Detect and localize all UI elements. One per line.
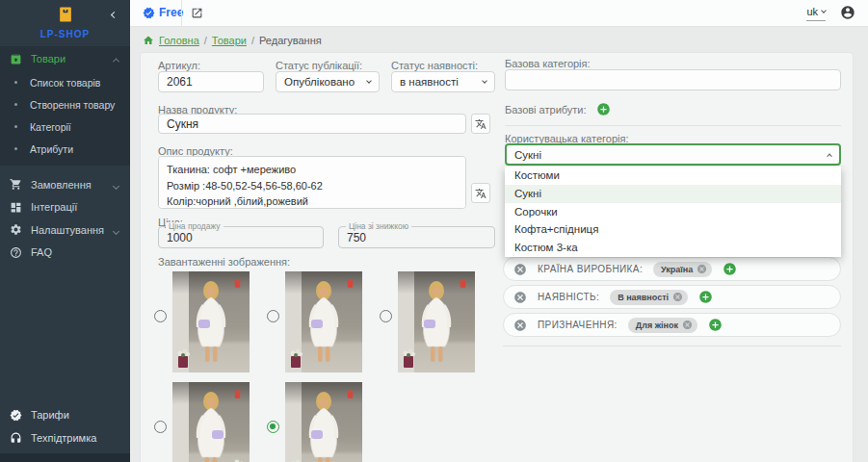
remove-attribute-icon[interactable] (513, 263, 527, 276)
stock-status-select[interactable]: в наявності (391, 71, 495, 92)
attribute-name: КРАЇНА ВИРОБНИКА: (538, 264, 643, 274)
delete-image-icon[interactable] (232, 388, 243, 400)
sidebar-item-label: Замовлення (31, 179, 114, 191)
product-name-input[interactable] (158, 114, 466, 134)
add-value-icon[interactable] (708, 318, 723, 332)
sale-price-field: Ціна продажу (158, 226, 324, 248)
publication-status-select[interactable]: Опубліковано (276, 71, 380, 92)
custom-category-value: Сукні (514, 149, 541, 161)
sidebar-item-label: Інтеграції (31, 201, 118, 213)
product-image (285, 271, 362, 372)
breadcrumb-separator: / (251, 35, 254, 46)
image-radio-3[interactable] (154, 421, 167, 433)
product-photo (398, 271, 475, 372)
stock-status-value: в наявності (400, 76, 459, 88)
product-image (285, 382, 362, 462)
attribute-pill-country: КРАЇНА ВИРОБНИКА: Україна (503, 257, 841, 281)
remove-value-icon[interactable] (697, 264, 707, 274)
add-value-icon[interactable] (698, 290, 713, 304)
sidebar-item-products[interactable]: Товари (0, 46, 130, 71)
sidebar-menu: Замовлення Інтеграції Налаштування FAQ (0, 173, 130, 264)
integrations-icon (10, 201, 22, 214)
home-icon[interactable] (143, 35, 154, 46)
chevron-down-icon (366, 78, 372, 84)
image-radio-4[interactable] (267, 421, 279, 433)
sidebar-item-integrations[interactable]: Інтеграції (0, 196, 130, 219)
chevron-down-icon (114, 179, 118, 191)
product-image (398, 271, 475, 372)
shop-bag-icon (56, 5, 75, 24)
sidebar-item-product-list[interactable]: Список товарів (0, 71, 130, 93)
open-in-new-icon[interactable] (191, 7, 203, 19)
sidebar-item-support[interactable]: Техпідтримка (0, 426, 130, 449)
image-radio-1[interactable] (267, 310, 279, 322)
remove-attribute-icon[interactable] (513, 319, 527, 332)
verified-icon (143, 7, 155, 19)
category-option[interactable]: Костюм 3-ка (505, 239, 841, 257)
add-base-attribute-icon[interactable] (596, 102, 611, 116)
category-option[interactable]: Сукні (505, 185, 841, 203)
topbar-divider (181, 0, 182, 27)
sku-input[interactable] (158, 71, 264, 92)
attribute-value-chip: Україна (653, 262, 712, 277)
delete-image-icon[interactable] (232, 277, 243, 290)
image-radio-0[interactable] (154, 310, 167, 322)
sidebar-item-faq[interactable]: FAQ (0, 242, 130, 265)
description-textarea[interactable]: Тканина: софт +мереживо Розмір :48-50,52… (158, 156, 466, 209)
breadcrumb-home[interactable]: Головна (159, 35, 199, 46)
image-radio-2[interactable] (380, 310, 392, 322)
sidebar-item-categories[interactable]: Категорії (0, 116, 130, 138)
content: Головна / Товари / Редагування Артикул: … (130, 27, 868, 462)
delete-image-icon[interactable] (345, 388, 355, 400)
sidebar-item-product-create[interactable]: Створення товару (0, 93, 130, 116)
sidebar-item-tariffs[interactable]: Тарифи (0, 403, 130, 426)
translate-description-button[interactable] (471, 183, 490, 203)
breadcrumb: Головна / Товари / Редагування (143, 35, 322, 46)
divider (503, 346, 841, 346)
attribute-value-chip: Для жінок (628, 318, 697, 333)
add-value-icon[interactable] (723, 262, 737, 276)
divider (505, 125, 841, 126)
category-option[interactable]: Кофта+спідниця (505, 220, 841, 239)
attribute-name: НАЯВНІСТЬ: (538, 292, 599, 302)
category-option[interactable]: Сорочки (505, 203, 841, 221)
sidebar-item-label: Техпідтримка (31, 432, 118, 444)
attribute-value: В наявності (618, 293, 669, 302)
remove-attribute-icon[interactable] (513, 291, 527, 304)
attribute-value: Україна (661, 265, 693, 274)
translate-name-button[interactable] (471, 114, 490, 134)
language-value: uk (806, 6, 818, 17)
publication-status-value: Опубліковано (284, 76, 355, 88)
category-option[interactable]: Костюми (505, 167, 841, 185)
sidebar-subitem-label: Список товарів (30, 77, 100, 89)
sidebar-item-orders[interactable]: Замовлення (0, 173, 130, 196)
plan-badge[interactable]: Free (143, 6, 183, 19)
sidebar-item-label: Товари (31, 53, 114, 64)
delete-image-icon[interactable] (458, 277, 468, 290)
sidebar-item-attributes[interactable]: Атрибути (0, 138, 130, 160)
sidebar-item-label: Налаштування (31, 224, 114, 236)
user-icon[interactable] (840, 5, 855, 20)
breadcrumb-products[interactable]: Товари (212, 35, 247, 46)
products-icon (10, 53, 22, 65)
help-icon (10, 246, 22, 259)
sidebar-subitem-label: Створення товару (30, 99, 115, 111)
remove-value-icon[interactable] (672, 292, 683, 302)
remove-value-icon[interactable] (682, 320, 693, 330)
base-category-input[interactable] (505, 69, 841, 90)
chevron-down-icon (482, 78, 487, 84)
language-select[interactable]: uk (806, 6, 826, 21)
translate-icon (475, 118, 487, 130)
sidebar-subitem-label: Атрибути (30, 143, 73, 155)
sku-label: Артикул: (158, 60, 200, 71)
app-logo-text: LP-SHOP (0, 29, 130, 39)
breadcrumb-current: Редагування (259, 35, 322, 46)
sidebar-header: LP-SHOP (0, 0, 130, 46)
product-photo (285, 382, 362, 462)
sidebar-item-settings[interactable]: Налаштування (0, 218, 130, 242)
sidebar-collapse-button[interactable] (107, 8, 120, 21)
tariffs-icon (10, 409, 22, 422)
delete-image-icon[interactable] (345, 277, 355, 290)
sidebar-footer: Тарифи Техпідтримка (0, 403, 130, 453)
custom-category-select[interactable]: Сукні (505, 143, 841, 166)
